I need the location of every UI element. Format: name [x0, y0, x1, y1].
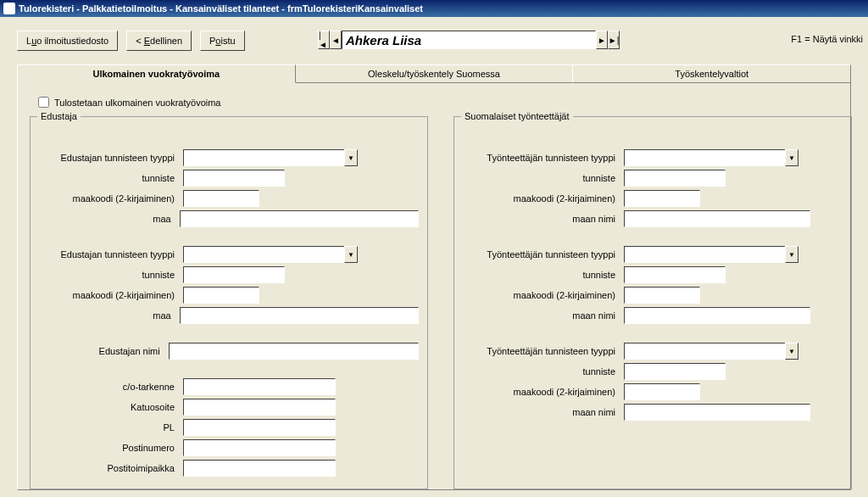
combo-b5[interactable]: ▼ — [624, 246, 798, 263]
lbl-a12: PL — [39, 422, 183, 433]
group-edustaja: Edustaja Edustajan tunnisteen tyyppi ▼ t… — [30, 116, 428, 489]
input-a3[interactable] — [183, 190, 259, 207]
print-foreign-checkbox-row[interactable]: Tulostetaan ulkomainen vuokratyövoima — [38, 97, 838, 108]
lbl-b4: maan nimi — [463, 214, 624, 224]
input-a7[interactable] — [183, 287, 259, 304]
input-b6[interactable] — [624, 266, 726, 283]
window-title: Tulorekisteri - Palkkatietoilmoitus - Ka… — [19, 3, 423, 14]
create-file-button[interactable]: Luo ilmoitustiedosto — [17, 31, 118, 51]
combo-a5[interactable]: ▼ — [183, 246, 358, 263]
lbl-b7: maakoodi (2-kirjaiminen) — [463, 290, 624, 300]
input-a11[interactable] — [183, 399, 336, 416]
group-tyonteettajat: Suomalaiset työnteettäjät Työnteettäjän … — [453, 116, 852, 489]
lbl-a8: maa — [39, 310, 180, 321]
lbl-b2: tunniste — [463, 173, 624, 183]
input-b1[interactable] — [624, 149, 785, 166]
input-b10[interactable] — [624, 363, 726, 380]
lbl-a5: Edustajan tunnisteen tyyppi — [39, 249, 183, 260]
group-tyonteettajat-legend: Suomalaiset työnteettäjät — [461, 111, 573, 121]
toolbar: Luo ilmoitustiedosto < Edellinen Poistu … — [0, 17, 868, 64]
input-b11[interactable] — [624, 383, 700, 400]
chevron-down-icon[interactable]: ▼ — [344, 246, 358, 263]
current-person-name: Ahkera Liisa — [342, 31, 596, 49]
nav-prev-button[interactable]: ◄ — [330, 31, 342, 49]
lbl-a11: Katuosoite — [39, 402, 183, 412]
lbl-b6: tunniste — [463, 270, 624, 280]
tabstrip: Ulkomainen vuokratyövoima Oleskelu/työsk… — [17, 64, 851, 83]
lbl-b5: Työnteettäjän tunnisteen tyyppi — [463, 249, 624, 260]
input-a12[interactable] — [183, 419, 336, 436]
nav-first-button[interactable]: |◄ — [318, 31, 330, 49]
record-navigator: |◄ ◄ Ahkera Liisa ► ►| — [318, 31, 620, 49]
tab-body: Tulostetaan ulkomainen vuokratyövoima Ed… — [17, 83, 851, 490]
help-hint: F1 = Näytä vinkki — [791, 34, 863, 44]
lbl-a10: c/o-tarkenne — [39, 382, 183, 392]
input-a13[interactable] — [183, 439, 336, 456]
input-b4[interactable] — [624, 210, 810, 227]
input-a4[interactable] — [180, 210, 419, 227]
input-a10[interactable] — [183, 378, 336, 395]
input-b7[interactable] — [624, 287, 700, 304]
nav-last-button[interactable]: ►| — [608, 31, 620, 49]
input-b5[interactable] — [624, 246, 785, 263]
lbl-a1: Edustajan tunnisteen tyyppi — [39, 153, 183, 163]
input-b9[interactable] — [624, 343, 785, 360]
input-b2[interactable] — [624, 170, 726, 187]
lbl-b10: tunniste — [463, 366, 624, 377]
lbl-a6: tunniste — [39, 270, 183, 280]
input-a8[interactable] — [180, 307, 419, 324]
combo-b1[interactable]: ▼ — [624, 149, 798, 166]
lbl-b12: maan nimi — [463, 407, 624, 417]
print-foreign-label: Tulostetaan ulkomainen vuokratyövoima — [54, 98, 220, 108]
chevron-down-icon[interactable]: ▼ — [785, 246, 798, 263]
tab-ulkomainen-vuokratyovoima[interactable]: Ulkomainen vuokratyövoima — [17, 64, 296, 83]
lbl-a2: tunniste — [39, 173, 183, 183]
lbl-a13: Postinumero — [39, 443, 183, 453]
input-a6[interactable] — [183, 266, 285, 283]
exit-button[interactable]: Poistu — [200, 31, 245, 51]
tab-tyoskentelyvaltiot[interactable]: Työskentelyvaltiot — [572, 64, 851, 83]
lbl-b1: Työnteettäjän tunnisteen tyyppi — [463, 153, 624, 163]
input-b8[interactable] — [624, 307, 810, 324]
combo-a1[interactable]: ▼ — [183, 149, 358, 166]
lbl-a9: Edustajan nimi — [39, 346, 169, 356]
chevron-down-icon[interactable]: ▼ — [344, 149, 358, 166]
input-a14[interactable] — [183, 460, 336, 477]
app-icon — [3, 3, 15, 14]
tab-oleskelu-tyoskentely[interactable]: Oleskelu/työskentely Suomessa — [295, 64, 574, 83]
lbl-a14: Postitoimipaikka — [39, 463, 183, 473]
lbl-b9: Työnteettäjän tunnisteen tyyppi — [463, 346, 624, 356]
titlebar: Tulorekisteri - Palkkatietoilmoitus - Ka… — [0, 0, 868, 17]
input-b12[interactable] — [624, 404, 810, 421]
group-edustaja-legend: Edustaja — [37, 111, 81, 121]
lbl-a7: maakoodi (2-kirjaiminen) — [39, 290, 183, 300]
input-b3[interactable] — [624, 190, 700, 207]
lbl-b11: maakoodi (2-kirjaiminen) — [463, 387, 624, 397]
input-a5[interactable] — [183, 246, 344, 263]
nav-next-button[interactable]: ► — [596, 31, 608, 49]
chevron-down-icon[interactable]: ▼ — [785, 343, 798, 360]
print-foreign-checkbox[interactable] — [38, 97, 49, 108]
chevron-down-icon[interactable]: ▼ — [785, 149, 798, 166]
input-a2[interactable] — [183, 170, 285, 187]
lbl-b3: maakoodi (2-kirjaiminen) — [463, 193, 624, 204]
input-a9[interactable] — [169, 343, 419, 360]
combo-b9[interactable]: ▼ — [624, 343, 798, 360]
input-a1[interactable] — [183, 149, 344, 166]
lbl-a4: maa — [39, 214, 180, 224]
lbl-a3: maakoodi (2-kirjaiminen) — [39, 193, 183, 204]
lbl-b8: maan nimi — [463, 310, 624, 321]
previous-button[interactable]: < Edellinen — [126, 31, 192, 51]
